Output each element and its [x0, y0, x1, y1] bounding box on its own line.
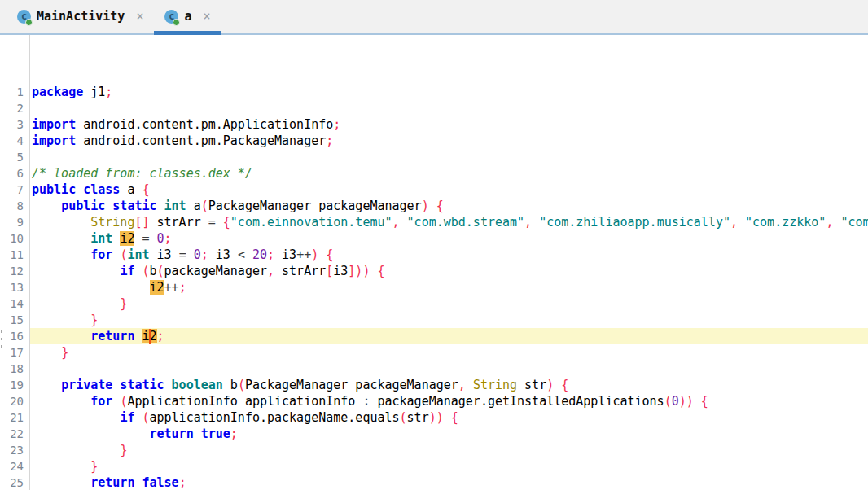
code-text: i2++; [29, 279, 868, 295]
code-line[interactable]: 13 i2++; [0, 279, 868, 295]
text-caret [149, 329, 151, 344]
code-line[interactable]: 6/* loaded from: classes.dex */ [0, 165, 868, 182]
line-number: 9 [0, 214, 29, 230]
close-icon[interactable]: × [136, 9, 143, 24]
line-number: 19 [0, 377, 29, 393]
code-line[interactable]: 2 [0, 100, 868, 116]
code-line[interactable]: 8 public static int a(PackageManager pac… [0, 198, 868, 214]
occurrence-highlight: i2 [150, 280, 164, 295]
gutter-separator [29, 35, 30, 490]
code-line[interactable]: 21 if (applicationInfo.packageName.equal… [0, 409, 868, 426]
code-text: return true; [29, 426, 868, 442]
line-number: 17 [0, 344, 29, 361]
code-line[interactable]: 20 for (ApplicationInfo applicationInfo … [0, 393, 868, 409]
line-number: 14 [0, 295, 29, 312]
code-line[interactable]: 9 String[] strArr = {"com.einnovation.te… [0, 214, 868, 230]
line-number: 6 [0, 165, 29, 182]
code-text: int i2 = 0; [29, 230, 868, 247]
code-line[interactable]: 15 } [0, 312, 868, 328]
code-text: } [29, 295, 868, 312]
line-number: 10 [0, 230, 29, 247]
line-number: 3 [0, 116, 29, 133]
code-line[interactable]: 22 return true; [0, 426, 868, 442]
class-icon: c [17, 10, 31, 24]
code-text: public static int a(PackageManager packa… [29, 198, 868, 214]
code-line[interactable]: 14 } [0, 295, 868, 312]
line-number: 16 [0, 328, 29, 344]
editor-tab-bar: c MainActivity × c a × [0, 0, 868, 35]
line-number: 22 [0, 426, 29, 442]
code-line[interactable]: 1package j1; [0, 84, 868, 100]
code-line[interactable]: 12 if (b(packageManager, strArr[i3])) { [0, 263, 868, 279]
line-number: 2 [0, 100, 29, 116]
code-line[interactable]: 7public class a { [0, 182, 868, 198]
code-text: package j1; [29, 84, 868, 100]
code-text: private static boolean b(PackageManager … [29, 377, 868, 393]
code-text: for (int i3 = 0; i3 < 20; i3++) { [29, 247, 868, 263]
line-number: 21 [0, 409, 29, 426]
code-text: return false; [29, 475, 868, 490]
code-line[interactable]: 4import android.content.pm.PackageManage… [0, 133, 868, 149]
code-text: import android.content.pm.PackageManager… [29, 133, 868, 149]
line-number: 13 [0, 279, 29, 295]
line-number: 7 [0, 182, 29, 198]
tab-label: a [184, 9, 191, 24]
code-text: } [29, 312, 868, 328]
code-line[interactable]: 10 int i2 = 0; [0, 230, 868, 247]
code-text: String[] strArr = {"com.einnovation.temu… [29, 214, 868, 230]
line-number: 5 [0, 149, 29, 165]
code-line[interactable]: 3import android.content.pm.ApplicationIn… [0, 116, 868, 133]
code-text [29, 100, 868, 116]
tab-label: MainActivity [37, 9, 125, 24]
code-text: } [29, 442, 868, 458]
code-line[interactable]: 17 } [0, 344, 868, 361]
line-number: 4 [0, 133, 29, 149]
line-number: 23 [0, 442, 29, 458]
line-number: 8 [0, 198, 29, 214]
code-text: return i2; [29, 328, 868, 344]
code-text: } [29, 458, 868, 475]
code-text: if (b(packageManager, strArr[i3])) { [29, 263, 868, 279]
code-line[interactable]: 19 private static boolean b(PackageManag… [0, 377, 868, 393]
code-text [29, 361, 868, 377]
code-text [29, 149, 868, 165]
selected-occurrence: i2 [142, 329, 156, 343]
code-text: if (applicationInfo.packageName.equals(s… [29, 409, 868, 426]
code-area: 1package j1;2 3import android.content.pm… [0, 84, 868, 490]
code-line[interactable]: 18 [0, 361, 868, 377]
splitter-grip[interactable] [0, 326, 3, 348]
line-number: 11 [0, 247, 29, 263]
code-line[interactable]: 24 } [0, 458, 868, 475]
code-line[interactable]: 25 return false; [0, 475, 868, 490]
close-icon[interactable]: × [203, 9, 210, 24]
code-line[interactable]: 23 } [0, 442, 868, 458]
code-line[interactable]: 5 [0, 149, 868, 165]
tab-a[interactable]: c a × [154, 0, 221, 33]
code-text: public class a { [29, 182, 868, 198]
code-line[interactable]: 11 for (int i3 = 0; i3 < 20; i3++) { [0, 247, 868, 263]
class-icon: c [164, 10, 178, 24]
line-number: 18 [0, 361, 29, 377]
line-number: 15 [0, 312, 29, 328]
code-text: /* loaded from: classes.dex */ [29, 165, 868, 182]
tab-mainactivity[interactable]: c MainActivity × [7, 0, 154, 33]
code-line[interactable]: 16 return i2; [0, 328, 868, 344]
line-number: 1 [0, 84, 29, 100]
occurrence-highlight: i2 [120, 231, 134, 246]
code-text: import android.content.pm.ApplicationInf… [29, 116, 868, 133]
code-editor[interactable]: 1package j1;2 3import android.content.pm… [0, 35, 868, 490]
line-number: 12 [0, 263, 29, 279]
code-text: for (ApplicationInfo applicationInfo : p… [29, 393, 868, 409]
line-number: 25 [0, 475, 29, 490]
line-number: 24 [0, 458, 29, 475]
line-number: 20 [0, 393, 29, 409]
code-text: } [29, 344, 868, 361]
